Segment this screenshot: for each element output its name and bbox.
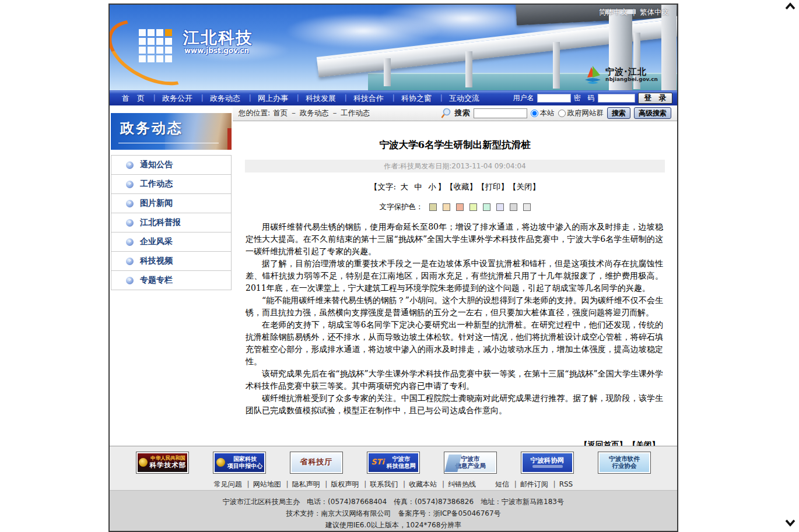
nav-item-gov-open[interactable]: 政务公开 xyxy=(153,93,201,104)
text-protect-color-row: 文字保护色： xyxy=(233,202,677,212)
site-logo-title: 江北科技 xyxy=(183,27,253,49)
nav-item-home[interactable]: 首 页 xyxy=(113,93,153,104)
breadcrumb: 首页政务动态工作动态 xyxy=(273,108,370,118)
sidebar-item-work-news[interactable]: 工作动态 xyxy=(111,175,231,194)
protect-color-swatch[interactable] xyxy=(429,203,437,211)
partner-logo-ningbo-kexie[interactable]: 宁波科协网 xyxy=(521,452,574,474)
breadcrumb-work-news[interactable]: 工作动态 xyxy=(341,108,370,117)
footer-links: 常见问题 网站地图 隐私声明 版权声明 联系我们 收藏本站 纠错热线 短信 邮件… xyxy=(110,478,677,490)
national-emblem-icon xyxy=(216,458,225,467)
scroll-up-icon[interactable] xyxy=(785,2,796,10)
arrow-bullet-icon xyxy=(126,238,134,246)
close-button[interactable]: 【关闭】 xyxy=(509,182,540,191)
sidebar-item-tech-video[interactable]: 科技视频 xyxy=(111,252,231,271)
arrow-bullet-icon xyxy=(126,219,134,227)
simplified-chinese-link[interactable]: 简体中文 xyxy=(599,8,628,16)
sidebar-item-science-report[interactable]: 江北科普报 xyxy=(111,213,231,232)
login-area: 用户名 密 码 登 录 xyxy=(513,93,678,104)
username-label: 用户名 xyxy=(513,93,534,103)
sti-logo-icon: STi xyxy=(371,458,384,467)
article-paragraph: 用碳纤维替代易生锈的钢筋，使用寿命延长至80年；增设了排水通道，将边坡中渗入的雨… xyxy=(246,221,663,258)
traditional-chinese-link[interactable]: 繁体中文 xyxy=(640,8,669,16)
footer-link-error-hotline[interactable]: 纠错热线 xyxy=(448,480,476,489)
magnifier-icon xyxy=(441,108,451,119)
breadcrumb-home[interactable]: 首页 xyxy=(273,108,299,117)
protect-color-swatch[interactable] xyxy=(523,203,531,211)
article-paragraph: 在老师的支持下，胡成宝等6名同学下定决心要研究出一种新型的抗滑桩。在研究过程中，… xyxy=(246,319,663,368)
font-size-medium-button[interactable]: 中 xyxy=(414,182,422,191)
footer-copyright: 宁波市江北区科技局主办 电话：(0574)87668404 传真：(0574)8… xyxy=(110,490,677,531)
article-meta: 作者:科技局发布日期:2013-11-04 09:04:04 xyxy=(245,160,665,172)
font-size-small-button[interactable]: 小 xyxy=(428,182,436,191)
nav-item-tech-dev[interactable]: 科技发展 xyxy=(297,93,345,104)
protect-color-swatch[interactable] xyxy=(496,203,504,211)
favorite-button[interactable]: 【收藏】 xyxy=(446,182,477,191)
footer-link-sitemap[interactable]: 网站地图 xyxy=(253,480,289,489)
sidebar-menu: 通知公告 工作动态 图片新闻 江北科普报 企业风采 科技视频 专题专栏 xyxy=(111,155,232,290)
footer-link-sms[interactable]: 短信 xyxy=(495,480,517,489)
partner-logo-ningbo-st-info[interactable]: STi 宁波市科技信息网 xyxy=(367,452,420,474)
gov-group-radio[interactable] xyxy=(558,110,566,117)
article-controls: 【文字: 大 中 小】【收藏】【打印】【关闭】 xyxy=(233,182,677,192)
partner-logo-info-industry-bureau[interactable]: 宁波市信息产业局 xyxy=(444,452,497,474)
partner-logo-provincial-st-dept[interactable]: 省科技厅 xyxy=(290,452,343,474)
print-button[interactable]: 【打印】 xyxy=(477,182,509,191)
sidebar-item-photo-news[interactable]: 图片新闻 xyxy=(111,194,231,213)
partner-logo-software-association[interactable]: 宁波市软件行业协会 xyxy=(598,452,651,474)
arrow-bullet-icon xyxy=(126,181,134,188)
footer-link-rss[interactable]: RSS xyxy=(559,480,573,488)
partner-logos-strip: 中华人民共和国科学技术部 国家科技项目申报中心 省科技厅 STi 宁波市科技信息… xyxy=(110,446,677,478)
sidebar: 政务动态 通知公告 工作动态 图片新闻 江北科普报 企业风采 科技视频 专题专栏 xyxy=(110,105,233,446)
advanced-search-button[interactable]: 高级搜索 xyxy=(634,107,671,119)
scroll-down-icon[interactable] xyxy=(785,519,796,527)
nav-item-tech-coop[interactable]: 科技合作 xyxy=(345,93,393,104)
sail-icon xyxy=(583,65,602,86)
this-site-radio[interactable] xyxy=(531,110,538,117)
nav-item-online-service[interactable]: 网上办事 xyxy=(249,93,297,104)
arrow-bullet-icon xyxy=(126,277,134,284)
ningbo-jiangbei-title: 宁波·江北 xyxy=(605,68,658,77)
footer-link-favorite[interactable]: 收藏本站 xyxy=(409,480,444,489)
article-body: 用碳纤维替代易生锈的钢筋，使用寿命延长至80年；增设了排水通道，将边坡中渗入的雨… xyxy=(246,221,663,417)
site-logo[interactable]: 江北科技 www.jbst.gov.cn xyxy=(114,16,289,80)
radio-gov-group[interactable]: 政府网站群 xyxy=(558,108,604,118)
site-banner: 简体中文|繁体中文 江北科技 www.jbst.gov.cn 宁波·江 xyxy=(110,5,677,90)
protect-color-swatch[interactable] xyxy=(443,203,450,211)
search-zone: 搜索 本站 政府网站群 搜索 高级搜索 xyxy=(441,107,672,119)
search-input[interactable] xyxy=(474,108,527,118)
footer-link-mail-subscribe[interactable]: 邮件订阅 xyxy=(520,480,556,489)
sidebar-item-special-topics[interactable]: 专题专栏 xyxy=(111,271,231,290)
footer-link-privacy[interactable]: 隐私声明 xyxy=(292,480,327,489)
breadcrumb-label: 您的位置: xyxy=(239,108,270,118)
nav-item-association[interactable]: 科协之窗 xyxy=(393,93,440,104)
login-button[interactable]: 登 录 xyxy=(638,93,673,104)
radio-this-site[interactable]: 本站 xyxy=(531,108,555,118)
protect-color-swatch[interactable] xyxy=(456,203,464,211)
main-navigation: 首 页 政务公开 政务动态 网上办事 科技发展 科技合作 科协之窗 互动交流 用… xyxy=(110,90,677,105)
protect-color-swatch[interactable] xyxy=(469,203,477,211)
article-title: 宁波大学6名学生研制出新型抗滑桩 xyxy=(233,139,677,152)
page-container: 简体中文|繁体中文 江北科技 www.jbst.gov.cn 宁波·江 xyxy=(108,3,678,532)
sidebar-item-notices[interactable]: 通知公告 xyxy=(111,156,231,175)
nav-item-gov-news[interactable]: 政务动态 xyxy=(201,93,249,104)
password-input[interactable] xyxy=(598,94,635,103)
footer-link-copyright[interactable]: 版权声明 xyxy=(331,480,366,489)
footer-link-faq[interactable]: 常见问题 xyxy=(214,480,250,489)
arrow-bullet-icon xyxy=(126,258,134,265)
font-size-large-button[interactable]: 大 xyxy=(400,182,408,191)
protect-color-swatch[interactable] xyxy=(483,203,490,211)
partner-logo-most[interactable]: 中华人民共和国科学技术部 xyxy=(136,452,189,474)
footer-link-contact[interactable]: 联系我们 xyxy=(370,480,405,489)
search-button[interactable]: 搜索 xyxy=(607,107,630,119)
bridge-pier-decoration xyxy=(465,51,472,87)
protect-color-swatch[interactable] xyxy=(510,203,517,211)
arrow-bullet-icon xyxy=(126,200,134,207)
breadcrumb-gov-news[interactable]: 政务动态 xyxy=(300,108,341,117)
ningbo-jiangbei-logo[interactable]: 宁波·江北 nbjiangbei.gov.cn xyxy=(583,62,671,89)
copyright-line-host: 宁波市江北区科技局主办 电话：(0574)87668404 传真：(0574)8… xyxy=(110,496,677,508)
national-emblem-icon xyxy=(139,458,148,467)
nav-item-interaction[interactable]: 互动交流 xyxy=(440,93,488,104)
username-input[interactable] xyxy=(537,94,571,103)
partner-logo-national-project-center[interactable]: 国家科技项目申报中心 xyxy=(213,452,266,474)
sidebar-item-enterprise[interactable]: 企业风采 xyxy=(111,232,231,252)
